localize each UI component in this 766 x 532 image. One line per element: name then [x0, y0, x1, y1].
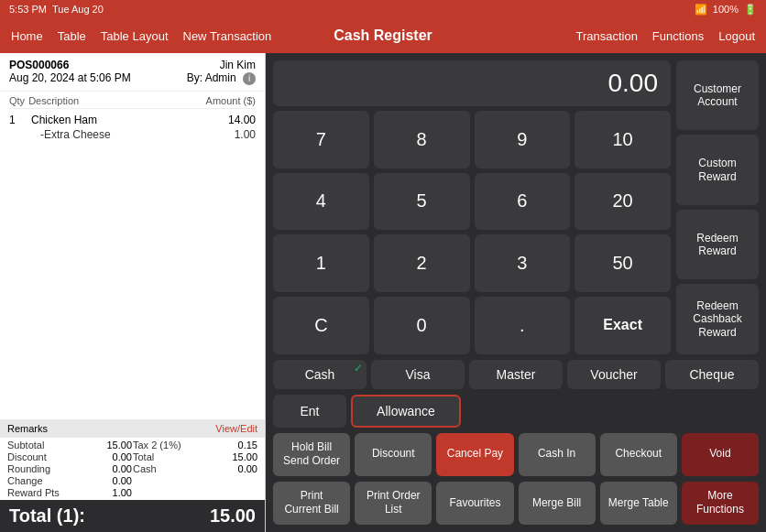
calc-btn-9[interactable]: 9	[475, 111, 571, 168]
merge-bill-button[interactable]: Merge Bill	[519, 482, 596, 525]
list-item: -Extra Cheese 1.00	[9, 127, 256, 142]
cash-value: 0.00	[196, 463, 258, 474]
cash-in-button[interactable]: Cash In	[519, 433, 596, 476]
remarks-section: Remarks View/Edit	[0, 419, 265, 438]
page-title: Cash Register	[334, 27, 432, 44]
action-row: Hold BillSend Order Discount Cancel Pay …	[273, 433, 759, 476]
change-value: 0.00	[71, 475, 133, 486]
list-item: 1 Chicken Ham 14.00	[9, 113, 256, 127]
sub-item-desc-1: -Extra Cheese	[37, 128, 235, 141]
status-bar-right: 📶 100% 🔋	[695, 4, 757, 16]
wifi-icon: 📶	[695, 4, 707, 16]
status-bar: 5:53 PM Tue Aug 20 📶 100% 🔋	[0, 0, 766, 18]
pay-cash-button[interactable]: Cash ✓	[273, 360, 367, 389]
cash-label: Cash	[133, 463, 195, 474]
calc-btn-10[interactable]: 10	[574, 111, 671, 168]
cancel-pay-button[interactable]: Cancel Pay	[436, 433, 513, 476]
pay-cheque-button[interactable]: Cheque	[665, 360, 759, 389]
nav-new-transaction[interactable]: New Transaction	[183, 29, 272, 43]
calc-btn-0[interactable]: 0	[374, 297, 470, 354]
hold-bill-button[interactable]: Hold BillSend Order	[273, 433, 350, 476]
receipt-col-header: Qty Description Amount ($)	[9, 95, 256, 109]
col-amt: Amount ($)	[206, 95, 256, 106]
item-amt-1: 14.00	[228, 114, 256, 126]
calc-btn-8[interactable]: 8	[374, 111, 470, 168]
subtotal-label: Subtotal	[7, 440, 70, 451]
more-functions-button[interactable]: MoreFunctions	[682, 482, 759, 525]
calc-btn-2[interactable]: 2	[374, 234, 470, 292]
nav-logout[interactable]: Logout	[718, 29, 755, 43]
item-desc-1: Chicken Ham	[27, 114, 228, 126]
pay-visa-button[interactable]: Visa	[371, 360, 465, 389]
nav-transaction[interactable]: Transaction	[575, 29, 637, 43]
pay-master-button[interactable]: Master	[469, 360, 563, 389]
nav-left: Home Table Table Layout New Transaction	[11, 29, 271, 43]
pay-voucher-button[interactable]: Voucher	[567, 360, 661, 389]
allowance-button[interactable]: Allowance	[351, 395, 461, 428]
calc-btn-20[interactable]: 20	[574, 173, 671, 231]
total-label: Total	[133, 451, 195, 462]
nav-table-layout[interactable]: Table Layout	[101, 29, 169, 43]
nav-table[interactable]: Table	[58, 29, 86, 43]
reward-label: Reward Pts	[7, 487, 70, 498]
void-button[interactable]: Void	[682, 433, 759, 476]
totals-grid: Subtotal 15.00 Tax 2 (1%) 0.15 Discount …	[0, 438, 265, 500]
calc-area: 0.00 7 8 9 10 4 5 6 20 1 2 3	[273, 60, 759, 354]
calc-btn-1[interactable]: 1	[273, 234, 369, 292]
remarks-label: Remarks	[7, 423, 48, 434]
calc-btn-5[interactable]: 5	[374, 173, 470, 231]
ent-button[interactable]: Ent	[273, 395, 346, 428]
calc-btn-dot[interactable]: .	[475, 297, 571, 354]
total-value: 15.00	[196, 451, 258, 462]
remarks-action[interactable]: View/Edit	[215, 423, 257, 434]
custom-reward-button[interactable]: CustomReward	[676, 135, 759, 204]
calc-btn-3[interactable]: 3	[475, 234, 571, 292]
total-big-label: Total (1):	[9, 505, 85, 527]
checkout-button[interactable]: Checkout	[600, 433, 677, 476]
sub-item-amt-1: 1.00	[235, 128, 256, 141]
display-value: 0.00	[608, 69, 659, 98]
calc-main: 0.00 7 8 9 10 4 5 6 20 1 2 3	[273, 60, 671, 354]
receipt-header: POS000066 Jin Kim Aug 20, 2024 at 5:06 P…	[0, 53, 265, 92]
status-date: Tue Aug 20	[52, 4, 104, 15]
customer-account-button[interactable]: CustomerAccount	[676, 60, 759, 130]
status-bar-left: 5:53 PM Tue Aug 20	[9, 4, 104, 15]
battery-label: 100%	[713, 4, 739, 15]
tax2-label: Tax 2 (1%)	[133, 440, 195, 451]
calc-btn-c[interactable]: C	[273, 297, 369, 354]
status-time: 5:53 PM	[9, 4, 47, 15]
top-nav: Home Table Table Layout New Transaction …	[0, 18, 766, 53]
calc-btn-4[interactable]: 4	[273, 173, 369, 231]
cashier-name: Jin Kim	[220, 59, 256, 71]
tax2-value: 0.15	[196, 440, 258, 451]
calc-btn-6[interactable]: 6	[475, 173, 571, 231]
redeem-reward-button[interactable]: RedeemReward	[676, 210, 759, 279]
calc-btn-50[interactable]: 50	[574, 234, 671, 292]
col-qty: Qty	[9, 95, 25, 106]
side-buttons: CustomerAccount CustomReward RedeemRewar…	[676, 60, 759, 354]
payment-row: Cash ✓ Visa Master Voucher Cheque	[273, 360, 759, 389]
calc-btn-exact[interactable]: Exact	[574, 297, 671, 354]
total-big: Total (1): 15.00	[0, 500, 265, 532]
main-layout: POS000066 Jin Kim Aug 20, 2024 at 5:06 P…	[0, 53, 766, 532]
merge-table-button[interactable]: Merge Table	[600, 482, 677, 525]
reward-value: 1.00	[71, 487, 133, 498]
calc-btn-7[interactable]: 7	[273, 111, 369, 168]
pos-number: POS000066	[9, 59, 69, 71]
redeem-cashback-button[interactable]: RedeemCashbackReward	[676, 284, 759, 353]
rounding-value: 0.00	[71, 463, 133, 474]
print-order-list-button[interactable]: Print OrderList	[355, 482, 432, 525]
cash-selected-icon: ✓	[354, 362, 363, 375]
ent-allowance-row: Ent Allowance	[273, 395, 759, 428]
info-icon: i	[243, 72, 256, 85]
calculator-grid: 7 8 9 10 4 5 6 20 1 2 3 50 C 0	[273, 111, 671, 354]
favourites-button[interactable]: Favourites	[436, 482, 513, 525]
calculator-display: 0.00	[273, 60, 671, 106]
print-current-bill-button[interactable]: PrintCurrent Bill	[273, 482, 350, 525]
subtotal-value: 15.00	[71, 440, 133, 451]
nav-home[interactable]: Home	[11, 29, 43, 43]
sub-item-qty-1	[18, 128, 37, 141]
nav-right: Transaction Functions Logout	[575, 29, 755, 43]
discount-button[interactable]: Discount	[355, 433, 432, 476]
nav-functions[interactable]: Functions	[652, 29, 704, 43]
